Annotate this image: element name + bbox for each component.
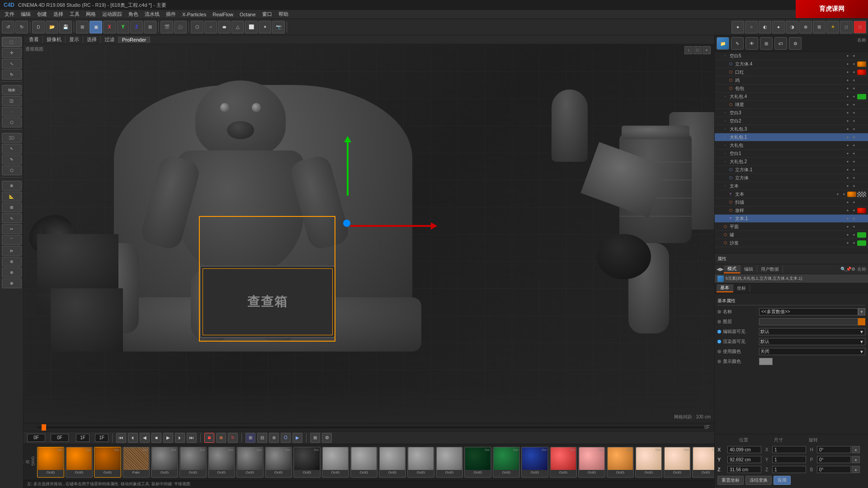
transport-octane-2[interactable]: ▶: [292, 433, 302, 443]
tree-render-btn[interactable]: ●: [851, 232, 857, 238]
props-tab-edit[interactable]: 编辑: [741, 266, 757, 273]
display-gouraud-button[interactable]: ●: [772, 21, 785, 33]
tree-visibility-btn[interactable]: ●: [844, 110, 851, 116]
prop-layer-color-btn[interactable]: [858, 318, 865, 325]
tool-scale[interactable]: ⤡: [2, 59, 22, 69]
tool-rotate[interactable]: ↻: [2, 70, 22, 80]
tree-visibility-btn[interactable]: ●: [844, 175, 851, 181]
transport-prev-frame[interactable]: ⏴: [128, 433, 138, 443]
transform-arrow-x[interactable]: [350, 225, 432, 227]
mode-object[interactable]: 物体: [2, 85, 22, 95]
menu-xparticles[interactable]: X-Particles: [179, 11, 209, 18]
tree-item-gift[interactable]: ◦ 大礼包 ● ●: [715, 141, 868, 150]
display-normals-button[interactable]: ⊞: [813, 21, 826, 33]
tree-visibility-btn[interactable]: ●: [844, 118, 851, 124]
create-light-button[interactable]: ✦: [259, 21, 271, 33]
tool-3d[interactable]: 3D: [2, 133, 22, 143]
menu-motion[interactable]: 运动跟踪: [99, 10, 125, 18]
mode-object-button[interactable]: ⊞: [76, 21, 89, 33]
tree-visibility-btn[interactable]: ●: [844, 126, 851, 132]
coords-rot-p[interactable]: [817, 456, 851, 463]
viewport-tab-view[interactable]: 查看: [25, 36, 43, 43]
coords-size-z[interactable]: [772, 466, 806, 473]
transport-options[interactable]: ⊛: [269, 433, 279, 443]
display-phong-button[interactable]: ◑: [786, 21, 798, 33]
transport-goto-start[interactable]: ⏮: [116, 433, 126, 443]
transport-record-pos[interactable]: ⊕: [216, 433, 226, 443]
material-swatch-23[interactable]: OctOctG: [692, 447, 714, 478]
tree-item-sofa[interactable]: ⬡ 沙发 ● ●: [715, 239, 868, 247]
menu-create[interactable]: 创建: [34, 10, 50, 18]
tree-visibility-btn[interactable]: ●: [844, 207, 851, 214]
tree-item-cube1[interactable]: ⬡ 立方体.1 ● ●: [715, 166, 868, 174]
tree-item-null2[interactable]: ◦ 空白2 ● ●: [715, 117, 868, 125]
coords-size-y[interactable]: [772, 456, 806, 463]
material-swatch-9[interactable]: OctOctG: [293, 447, 321, 478]
tree-visibility-btn[interactable]: ●: [844, 142, 851, 149]
tree-item-lipstick[interactable]: ⬡ 口红 ● ●: [715, 68, 868, 76]
transport-batch[interactable]: ⊟: [257, 433, 267, 443]
props-tab-userdata[interactable]: 用户数据: [757, 266, 783, 273]
playback-end-input[interactable]: [51, 434, 69, 442]
menu-character[interactable]: 角色: [126, 10, 141, 18]
viewport[interactable]: 查查箱: [24, 44, 714, 423]
rp-icon-edit[interactable]: ✎: [731, 37, 744, 50]
viewport-tab-select[interactable]: 选择: [83, 36, 101, 43]
tree-item-gift4[interactable]: ◦ 大礼包.4 ● ●: [715, 93, 868, 101]
viewport-maximize-button[interactable]: ↕: [684, 46, 693, 54]
tree-item-plane[interactable]: ⬡ 平面 ● ●: [715, 223, 868, 231]
tool-snap[interactable]: ⊕: [2, 181, 22, 191]
create-cylinder-button[interactable]: ⬬: [218, 21, 231, 33]
create-cube-button[interactable]: ⬡: [191, 21, 203, 33]
material-swatch-1[interactable]: OctOctG: [66, 447, 93, 478]
create-camera-button[interactable]: 📷: [272, 21, 285, 33]
mode-rotate-button[interactable]: Z: [130, 21, 143, 33]
prop-tab-coord[interactable]: 坐标: [733, 285, 750, 292]
material-swatch-18[interactable]: OctOctG: [550, 447, 577, 478]
tool-deform[interactable]: ⊗: [2, 278, 22, 288]
mode-all-button[interactable]: ⊞: [144, 21, 156, 33]
mode-select-button[interactable]: ▣: [90, 21, 102, 33]
props-search[interactable]: 🔍: [840, 267, 846, 272]
menu-tools[interactable]: 工具: [67, 10, 82, 18]
viewport-tab-display[interactable]: 显示: [66, 36, 83, 43]
menu-pipeline[interactable]: 流水线: [142, 10, 162, 18]
transport-render[interactable]: ⊞: [245, 433, 255, 443]
coords-pos-y[interactable]: [727, 456, 761, 463]
tree-render-btn[interactable]: ●: [851, 150, 857, 157]
create-sphere-button[interactable]: ○: [204, 21, 217, 33]
rp-icon-object[interactable]: ⊞: [760, 37, 773, 50]
material-swatch-2[interactable]: OctOctG: [94, 447, 121, 478]
coords-y-btn[interactable]: ▲: [852, 456, 860, 463]
tree-item-gift2[interactable]: ◦ 大礼包.2 ● ●: [715, 158, 868, 166]
tree-render-btn[interactable]: ●: [851, 61, 857, 67]
tree-item-null1[interactable]: ◦ 空白1 ● ●: [715, 150, 868, 158]
tree-item-loft[interactable]: ⬡ 放样 ● ●: [715, 206, 868, 215]
tree-visibility-btn[interactable]: ●: [844, 183, 851, 189]
prop-color-swatch-display[interactable]: [759, 358, 773, 365]
tree-render-btn[interactable]: ●: [851, 199, 857, 206]
prop-name-btn[interactable]: ▼: [858, 308, 865, 315]
coords-z-btn[interactable]: ▲: [852, 466, 860, 473]
tree-render-btn[interactable]: ●: [851, 77, 857, 84]
playback-total-input[interactable]: [95, 434, 108, 442]
mode-poly[interactable]: ⬡: [2, 117, 22, 127]
playback-fps-input[interactable]: [76, 434, 90, 442]
menu-file[interactable]: 文件: [2, 10, 17, 18]
tree-visibility-btn[interactable]: ●: [844, 85, 851, 92]
tool-spline[interactable]: ∿: [2, 213, 22, 223]
material-swatch-3[interactable]: OctFabr: [123, 447, 150, 478]
rp-icon-view[interactable]: 👁: [745, 37, 758, 50]
material-swatch-5[interactable]: OctOctG: [179, 447, 207, 478]
new-button[interactable]: 🗋: [32, 21, 45, 33]
menu-select[interactable]: 选择: [51, 10, 66, 18]
menu-help[interactable]: 帮助: [276, 10, 291, 18]
tree-item-text1[interactable]: T 文本.1 ● ●: [715, 215, 868, 223]
material-swatch-16[interactable]: OctOctG: [493, 447, 520, 478]
tree-item-gift1[interactable]: ◦ 大礼包.1 ● ●: [715, 133, 868, 141]
coords-reset-btn[interactable]: 重置坐标: [717, 476, 744, 485]
transport-layout[interactable]: ⊞: [310, 433, 320, 443]
tree-item-ball[interactable]: ⬡ 球星 ● ●: [715, 101, 868, 109]
viewport-close-button[interactable]: ×: [703, 46, 711, 54]
tool-sculpt[interactable]: ⬡: [2, 165, 22, 175]
